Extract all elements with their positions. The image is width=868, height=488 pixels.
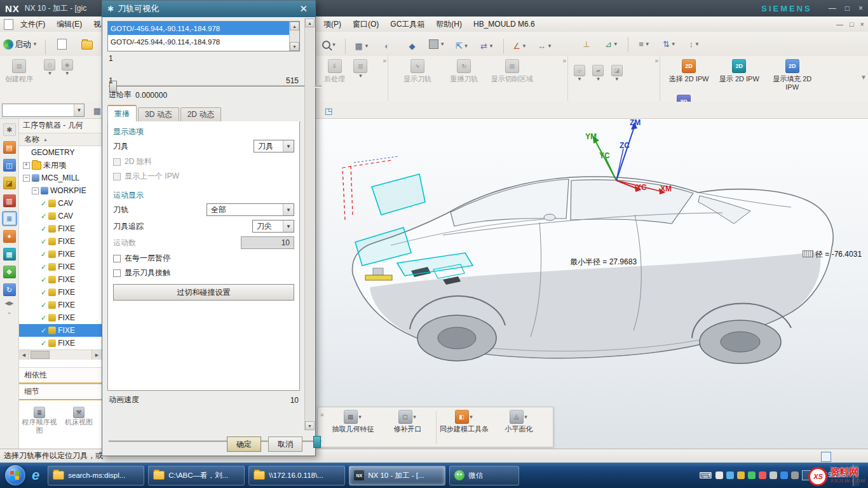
assembly-navigator-icon[interactable]: ▤ xyxy=(3,141,16,154)
menu-preferences[interactable]: 项(P) xyxy=(318,17,347,32)
datum-button[interactable]: ⊿▼ xyxy=(600,34,622,53)
checkbox-pause-each-level[interactable]: 在每一层暂停 xyxy=(113,251,294,266)
rotate-view-button[interactable]: ⇄▼ xyxy=(476,36,498,55)
tree-row[interactable]: ✓FIXE xyxy=(19,261,102,273)
menu-window[interactable]: 窗口(O) xyxy=(347,17,384,32)
ribbon-button[interactable]: ▱▼ xyxy=(574,65,585,82)
measure-distance-button[interactable]: ↔▼ xyxy=(534,36,555,55)
scroll-thumb[interactable] xyxy=(31,351,50,359)
replay-toolpath-button[interactable]: ↻ 重播刀轨 xyxy=(442,59,486,83)
tree-row[interactable]: ✓FIXE xyxy=(19,311,102,324)
dialog-close-icon[interactable]: ✕ xyxy=(297,3,310,15)
dialog-scrollbar[interactable]: ▲ ▼ xyxy=(304,18,315,430)
scroll-right-icon[interactable]: ▶ xyxy=(92,350,102,360)
menu-help[interactable]: 帮助(H) xyxy=(430,17,468,32)
tab-replay[interactable]: 重播 xyxy=(107,105,137,121)
ribbon-button[interactable]: ▰▼ xyxy=(592,65,604,82)
tree-row[interactable]: ✓FIXE xyxy=(19,248,102,261)
ok-button[interactable]: 确定 xyxy=(227,437,261,452)
tree-row[interactable]: ✓CAV xyxy=(19,210,102,222)
history-palette-icon[interactable]: ❖ xyxy=(3,266,16,278)
toolpath-event-list[interactable]: GOTO/-456.944,-90.114,-184.978 GOTO/-425… xyxy=(107,21,300,51)
menu-gc-toolbox[interactable]: GC工具箱 xyxy=(384,17,430,32)
tree-row[interactable]: ✓FIXE xyxy=(19,286,102,299)
group-overflow-icon[interactable]: » xyxy=(654,57,658,64)
internet-explorer-icon[interactable]: e xyxy=(32,467,39,484)
restore-icon[interactable]: □ xyxy=(845,4,850,13)
tree-row[interactable]: ✓FIXE xyxy=(19,299,102,311)
slider-thumb[interactable] xyxy=(313,436,321,448)
tray-icon[interactable] xyxy=(715,471,723,479)
status-indicator-icon[interactable] xyxy=(821,452,831,462)
collapse-icon[interactable]: − xyxy=(23,175,30,182)
show-filled-2d-ipw-button[interactable]: 2D 显示填充 2D IPW xyxy=(766,59,819,92)
checkbox-show-prev-ipw[interactable]: 显示上一个 IPW xyxy=(113,169,294,184)
show-toolpath-button[interactable]: ∿ 显示刀轨 xyxy=(395,59,440,83)
new-file-button[interactable] xyxy=(51,34,73,53)
machine-tool-view-button[interactable]: ⚒ 机床视图 xyxy=(61,407,97,435)
program-order-view-button[interactable]: ≣ 程序顺序视图 xyxy=(22,407,57,435)
scroll-down-icon[interactable]: ▼ xyxy=(290,42,299,51)
list-item-selected[interactable]: GOTO/-456.944,-90.114,-184.978 xyxy=(108,22,290,35)
tray-icon[interactable] xyxy=(780,471,788,479)
tab-2d-dynamic[interactable]: 2D 动态 xyxy=(180,107,222,121)
view-properties-button[interactable]: ◳ xyxy=(318,103,339,118)
post-process-button[interactable]: ⇩ 后处理 xyxy=(324,59,345,83)
tool-trace-dropdown[interactable]: 刀尖▼ xyxy=(252,220,294,233)
keyboard-icon[interactable]: ⌨ xyxy=(699,470,712,480)
taskbar-button-search[interactable]: search-ms:displ... xyxy=(48,466,144,485)
list-scrollbar[interactable]: ▲ ▼ xyxy=(289,22,299,51)
tool-dropdown[interactable]: 刀具▼ xyxy=(254,140,294,152)
tray-icon[interactable] xyxy=(770,471,777,479)
graphics-viewport[interactable]: ZM YM ZC YC XC XM 最小半径 = 27.9683 径 = -76… xyxy=(316,118,868,449)
tray-icon[interactable] xyxy=(759,471,766,479)
scroll-up-icon[interactable]: ▲ xyxy=(290,22,299,30)
reuse-library-icon[interactable]: ▥ xyxy=(3,194,16,207)
patch-opening-button[interactable]: ▢▼ 修补开口 xyxy=(381,410,435,433)
strip-expand-icon[interactable]: ⌄ xyxy=(7,309,12,315)
ribbon-button[interactable]: ◆▼ xyxy=(62,59,73,76)
group-overflow-icon[interactable]: » xyxy=(562,57,566,64)
ruler-button[interactable]: ↕▼ xyxy=(684,34,705,53)
scroll-down-icon[interactable]: ▼ xyxy=(305,421,315,430)
menu-hb-mould[interactable]: HB_MOULD M6.6 xyxy=(468,17,541,32)
tree-row[interactable]: +未用项 xyxy=(19,159,102,172)
cancel-button[interactable]: 取消 xyxy=(268,437,302,452)
snap-grid-button[interactable]: ▦▼ xyxy=(351,36,373,55)
mdi-close-icon[interactable]: × xyxy=(860,20,864,28)
minimize-icon[interactable]: — xyxy=(829,4,836,13)
zoom-search-button[interactable]: ▼ xyxy=(318,35,340,54)
scroll-up-icon[interactable]: ▲ xyxy=(305,18,315,27)
collapse-icon[interactable]: − xyxy=(32,187,39,194)
tree-row-selected[interactable]: ✓FIXE xyxy=(19,324,102,337)
machining-wizard-icon[interactable]: ✦ xyxy=(3,230,16,243)
toolpath-dropdown[interactable]: 全部▼ xyxy=(207,203,294,216)
show-cut-area-button[interactable]: ▨ 显示切削区域 xyxy=(489,59,536,83)
tree-row[interactable]: ✓FIXE xyxy=(19,235,102,248)
taskbar-button-nx[interactable]: NX NX 10 - 加工 - [... xyxy=(349,466,445,485)
tray-icon[interactable] xyxy=(726,471,734,479)
tree-row[interactable]: ✓CAV xyxy=(19,197,102,210)
solid-view-button[interactable]: ◆ xyxy=(401,36,423,55)
motion-count-field[interactable]: 10 xyxy=(241,236,294,249)
internet-explorer-icon[interactable]: ↻ xyxy=(3,283,16,296)
show-2d-ipw-button[interactable]: 2D 显示 2D IPW xyxy=(715,59,763,83)
tree-row[interactable]: −WORKPIE xyxy=(19,184,102,197)
tree-row[interactable]: −MCS_MILL xyxy=(19,172,102,184)
checkbox-show-tool-contact[interactable]: 显示刀具接触 xyxy=(113,266,294,280)
list-item[interactable]: GOTO/-425.944,-90.114,-184.978 xyxy=(108,35,290,48)
tray-icon[interactable] xyxy=(791,471,799,479)
tray-icon[interactable] xyxy=(737,471,745,479)
part-navigator-icon[interactable]: ◪ xyxy=(3,177,16,189)
shop-doc-button[interactable]: ▥▼ xyxy=(353,59,367,79)
taskbar-button-network-folder[interactable]: \\172.16.0.118\... xyxy=(248,466,345,485)
web-browser-icon[interactable]: ▦ xyxy=(3,248,16,261)
tree-row[interactable]: ✓FIXE xyxy=(19,222,102,235)
mdi-minimize-icon[interactable]: — xyxy=(836,20,843,28)
extract-geometry-button[interactable]: ▧▼ 抽取几何特征 xyxy=(326,410,381,433)
expand-icon[interactable]: + xyxy=(23,162,30,169)
select-2d-ipw-button[interactable]: 2D 选择 2D IPW xyxy=(665,59,713,83)
constraint-navigator-icon[interactable]: ◫ xyxy=(3,159,16,172)
horizontal-scrollbar[interactable]: ◀ ▶ xyxy=(19,349,102,360)
tree-row[interactable]: ✓FIXE xyxy=(19,273,102,286)
